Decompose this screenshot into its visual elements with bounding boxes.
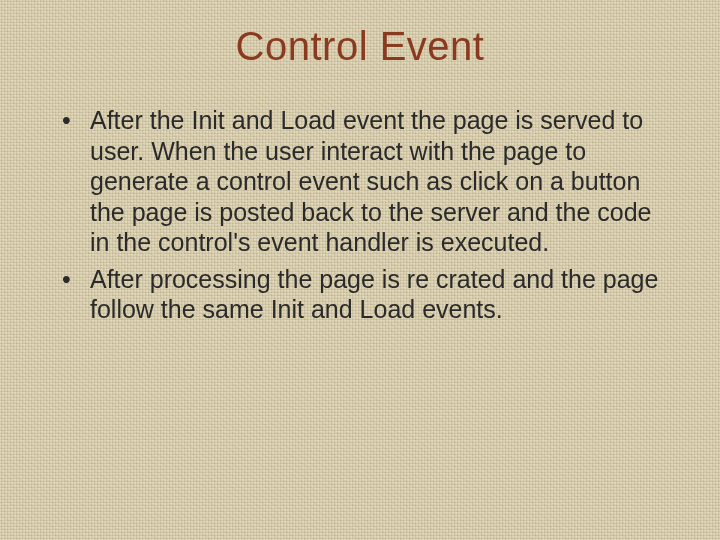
list-item: After the Init and Load event the page i… [84, 105, 664, 258]
bullet-text: After the Init and Load event the page i… [90, 106, 652, 256]
slide-title: Control Event [56, 24, 664, 69]
bullet-text: After processing the page is re crated a… [90, 265, 658, 324]
bullet-list: After the Init and Load event the page i… [56, 105, 664, 325]
slide: Control Event After the Init and Load ev… [0, 0, 720, 540]
list-item: After processing the page is re crated a… [84, 264, 664, 325]
